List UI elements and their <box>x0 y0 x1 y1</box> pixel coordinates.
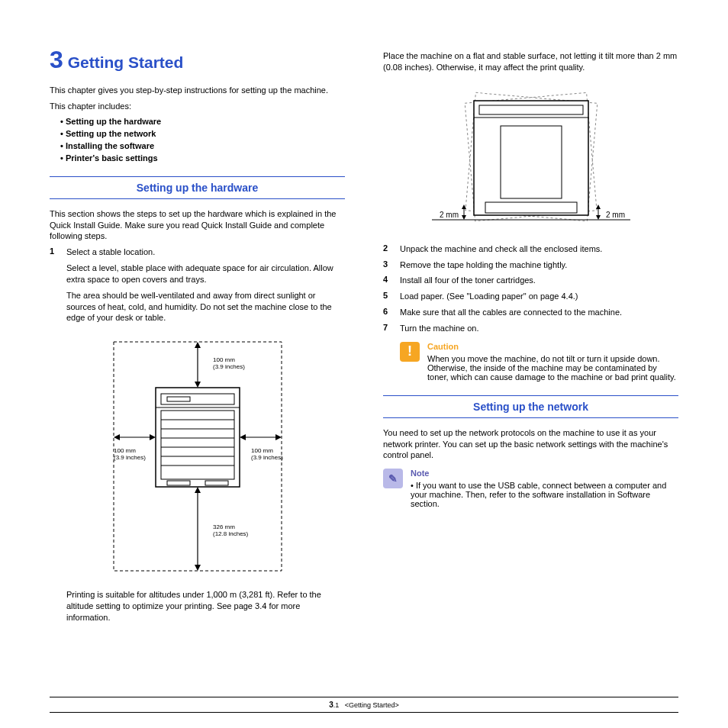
step-number: 6 <box>383 307 400 318</box>
intro-paragraph-1: This chapter gives you step-by-step inst… <box>50 85 345 96</box>
tilt-diagram: 2 mm 2 mm <box>383 84 678 233</box>
sub-paragraph: Printing is suitable for altitudes under… <box>66 589 345 623</box>
step-row: 7 Turn the machine on. <box>383 323 678 334</box>
step-number: 3 <box>383 259 400 271</box>
step-text: Remove the tape holding the machine tigh… <box>400 259 678 271</box>
note-icon: ✎ <box>383 469 403 488</box>
step-row: 6 Make sure that all the cables are conn… <box>383 307 678 318</box>
step-number: 2 <box>383 243 400 255</box>
diagram-label-left: 100 mm(3.9 inches) <box>114 447 146 461</box>
diagram-label-bottom: 326 mm(12.8 inches) <box>213 523 249 537</box>
place-paragraph: Place the machine on a flat and stable s… <box>383 50 678 73</box>
chapter-number: 3 <box>50 46 63 73</box>
svg-rect-1 <box>156 388 240 487</box>
step-number: 4 <box>383 275 400 286</box>
diagram-label-right: 100 mm(3.9 inches) <box>251 447 283 461</box>
step-number: 7 <box>383 323 400 334</box>
svg-marker-39 <box>596 215 601 220</box>
contents-list: Setting up the hardware Setting up the n… <box>50 117 345 163</box>
footer-title: <Getting Started> <box>345 701 399 709</box>
note-callout: ✎ Note • If you want to use the USB cabl… <box>383 469 678 508</box>
caution-icon: ! <box>400 342 420 362</box>
chapter-title: 3 Getting Started <box>50 46 345 74</box>
sub-paragraph: Select a level, stable place with adequa… <box>66 263 345 285</box>
caution-body: When you move the machine, do not tilt o… <box>427 354 678 382</box>
section-heading-hardware: Setting up the hardware <box>50 176 345 199</box>
contents-item: Printer's basic settings <box>60 153 345 163</box>
step-text: Select a stable location. <box>66 246 345 258</box>
clearance-diagram: 100 mm(3.9 inches) 100 mm(3.9 inches) 10… <box>50 334 345 578</box>
note-body: • If you want to use the USB cable, conn… <box>411 481 678 508</box>
step-text: Load paper. (See "Loading paper" on page… <box>400 291 678 302</box>
sub-paragraph: The area should be well-ventilated and a… <box>66 290 345 324</box>
step-text: Turn the machine on. <box>400 323 678 334</box>
svg-marker-22 <box>275 434 282 440</box>
footer-page-sub: .1 <box>333 701 340 709</box>
svg-marker-15 <box>195 342 201 348</box>
svg-marker-18 <box>114 434 120 440</box>
step-number: 5 <box>383 291 400 302</box>
intro-paragraph-2: This chapter includes: <box>50 101 345 112</box>
step-number: 1 <box>50 246 66 258</box>
svg-marker-19 <box>150 434 156 440</box>
step-row: 5 Load paper. (See "Loading paper" on pa… <box>383 291 678 302</box>
step-row: 1 Select a stable location. <box>50 246 345 258</box>
svg-marker-24 <box>195 487 201 493</box>
section-heading-network: Setting up the network <box>383 395 678 418</box>
section1-intro: This section shows the steps to set up t… <box>50 208 345 243</box>
contents-item: Installing the software <box>60 141 345 150</box>
contents-item: Setting up the network <box>60 129 345 138</box>
contents-item: Setting up the hardware <box>60 117 345 126</box>
page-footer: 3.1 <Getting Started> <box>50 697 678 713</box>
svg-marker-16 <box>195 382 201 388</box>
tilt-label-left: 2 mm <box>440 211 459 219</box>
step-row: 4 Install all four of the toner cartridg… <box>383 275 678 286</box>
diagram-label-top: 100 mm(3.9 inches) <box>213 356 245 370</box>
caution-callout: ! Caution When you move the machine, do … <box>400 342 678 382</box>
step-text: Unpack the machine and check all the enc… <box>400 243 678 255</box>
step-text: Install all four of the toner cartridges… <box>400 275 678 286</box>
caution-title: Caution <box>427 342 678 351</box>
step-text: Make sure that all the cables are connec… <box>400 307 678 318</box>
section2-intro: You need to set up the network protocols… <box>383 427 678 462</box>
chapter-title-text: Getting Started <box>68 53 184 71</box>
step-row: 3 Remove the tape holding the machine ti… <box>383 259 678 271</box>
svg-marker-25 <box>195 565 201 571</box>
tilt-label-right: 2 mm <box>606 211 625 219</box>
note-title: Note <box>411 469 678 478</box>
svg-marker-36 <box>462 215 466 220</box>
step-row: 2 Unpack the machine and check all the e… <box>383 243 678 255</box>
svg-marker-21 <box>240 434 246 440</box>
